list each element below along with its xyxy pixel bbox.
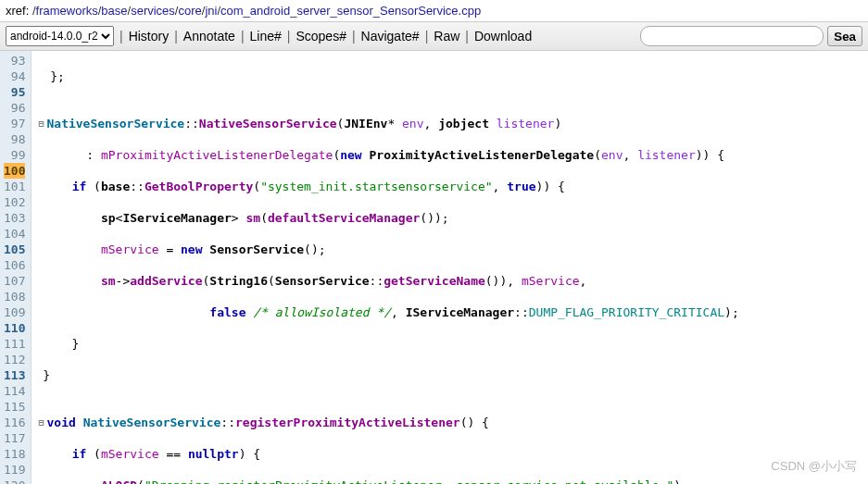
line-number[interactable]: 112 [4,352,25,367]
code-line: ⊟void NativeSensorService::registerProxi… [35,415,738,430]
search-input[interactable] [640,26,824,46]
fold-icon[interactable]: ⊟ [35,116,46,131]
crumb-frameworks[interactable]: frameworks [36,4,98,18]
line-number[interactable]: 109 [4,304,25,320]
line-number[interactable]: 119 [4,462,25,478]
line-number[interactable]: 102 [4,194,25,210]
line-number[interactable]: 108 [4,289,25,304]
line-number[interactable]: 113 [4,367,25,383]
branch-select[interactable]: android-14.0.0_r2 [6,26,114,46]
line-number[interactable]: 114 [4,383,25,399]
raw-link[interactable]: Raw [434,29,459,43]
line-number[interactable]: 120 [4,478,25,484]
code-view: 9394959697989910010110210310410510610710… [0,51,868,484]
code-line: mService = new SensorService(); [35,242,738,257]
annotate-link[interactable]: Annotate [183,29,235,43]
line-number[interactable]: 115 [4,399,25,415]
line-number[interactable]: 98 [4,131,25,147]
code-line: if (base::GetBoolProperty("system_init.s… [35,179,738,194]
crumb-file[interactable]: com_android_server_sensor_SensorService.… [220,4,481,18]
scopes-link[interactable]: Scopes# [296,29,346,43]
crumb-base[interactable]: base [101,4,127,18]
code-line: } [35,367,738,383]
breadcrumb: xref: /frameworks/base/services/core/jni… [0,0,868,21]
code-line: sp<IServiceManager> sm(defaultServiceMan… [35,210,738,226]
line-number[interactable]: 105 [4,242,25,257]
toolbar: android-14.0.0_r2 | History | Annotate |… [0,21,868,51]
line-number[interactable]: 107 [4,273,25,289]
line-number[interactable]: 100 [4,163,25,179]
line-number[interactable]: 101 [4,179,25,194]
crumb-core[interactable]: core [178,4,201,18]
line-number[interactable]: 116 [4,415,25,430]
code-column[interactable]: }; ⊟NativeSensorService::NativeSensorSer… [31,51,738,484]
download-link[interactable]: Download [474,29,532,43]
line-number[interactable]: 96 [4,100,25,116]
line-number[interactable]: 93 [4,53,25,68]
fold-icon[interactable]: ⊟ [35,415,46,430]
crumb-services[interactable]: services [131,4,175,18]
code-line: if (mService == nullptr) { [35,446,738,462]
code-line: : mProximityActiveListenerDelegate(new P… [35,147,738,163]
search-button[interactable]: Sea [827,26,862,46]
line-number[interactable]: 111 [4,336,25,352]
line-number[interactable]: 103 [4,210,25,226]
code-line: } [35,336,738,352]
code-line: sm->addService(String16(SensorService::g… [35,273,738,289]
navigate-link[interactable]: Navigate# [361,29,420,43]
line-link[interactable]: Line# [250,29,282,43]
line-number[interactable]: 104 [4,226,25,242]
code-line: ALOGD("Dropping registerProximityActiveL… [35,478,738,484]
history-link[interactable]: History [129,29,170,43]
code-line: }; [35,68,738,84]
line-number[interactable]: 117 [4,430,25,446]
line-number[interactable]: 118 [4,446,25,462]
crumb-jni[interactable]: jni [205,4,217,18]
line-number[interactable]: 99 [4,147,25,163]
line-number[interactable]: 94 [4,68,25,84]
line-number[interactable]: 110 [4,320,25,336]
line-number[interactable]: 97 [4,116,25,131]
code-line: false /* allowIsolated */, IServiceManag… [35,304,738,320]
line-gutter[interactable]: 9394959697989910010110210310410510610710… [0,51,31,484]
line-number[interactable]: 106 [4,257,25,273]
line-number[interactable]: 95 [4,84,25,100]
code-line: ⊟NativeSensorService::NativeSensorServic… [35,116,738,131]
